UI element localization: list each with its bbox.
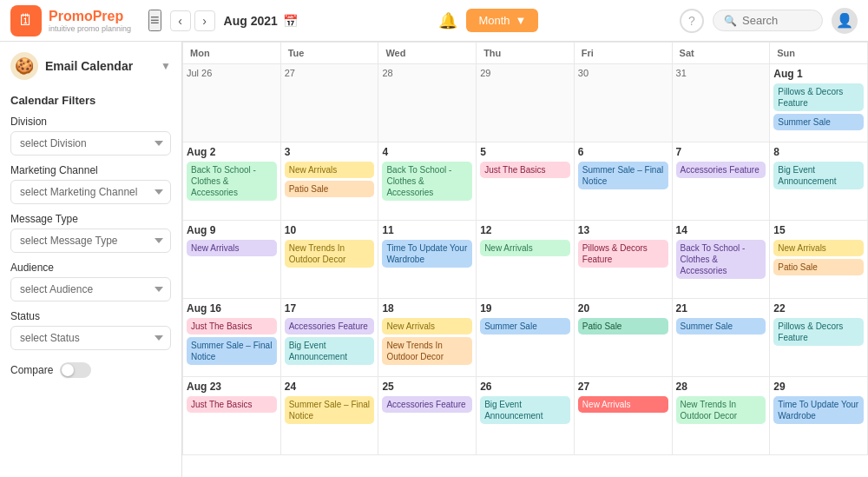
event-pill[interactable]: Summer Sale: [480, 318, 570, 335]
event-pill[interactable]: Big Event Announcement: [480, 396, 570, 424]
event-pill[interactable]: Big Event Announcement: [773, 162, 864, 189]
day-cell[interactable]: 11Time To Update Your Wardrobe: [378, 221, 477, 299]
event-pill[interactable]: Summer Sale – Final Notice: [285, 396, 375, 424]
help-button[interactable]: ?: [680, 9, 704, 33]
day-cell[interactable]: Aug 9New Arrivals: [183, 221, 281, 299]
event-pill[interactable]: Patio Sale: [773, 259, 864, 275]
notification-bell[interactable]: 🔔: [438, 11, 457, 30]
search-box[interactable]: 🔍: [713, 10, 823, 31]
next-month-button[interactable]: ›: [194, 10, 215, 31]
event-pill[interactable]: Back To School - Clothes & Accessories: [676, 240, 766, 279]
day-cell[interactable]: 15New ArrivalsPatio Sale: [770, 221, 868, 299]
cookie-icon: 🍪: [10, 52, 38, 80]
logo: 🗓 PromoPrep intuitive promo planning: [10, 5, 131, 36]
day-cell[interactable]: 8Big Event Announcement: [770, 142, 868, 221]
day-cell[interactable]: 27: [281, 64, 379, 142]
day-cell[interactable]: 12New Arrivals: [477, 221, 575, 299]
day-number: 11: [382, 224, 472, 236]
day-cell[interactable]: 22Pillows & Decors Feature: [770, 299, 868, 377]
event-pill[interactable]: Accessories Feature: [285, 318, 375, 335]
day-number: Aug 9: [187, 224, 277, 236]
day-cell[interactable]: 27New Arrivals: [575, 377, 673, 455]
day-cell[interactable]: Aug 23Just The Basics: [183, 377, 281, 455]
event-pill[interactable]: Back To School - Clothes & Accessories: [382, 162, 472, 201]
day-cell[interactable]: 28: [378, 64, 477, 142]
month-view-button[interactable]: Month ▼: [466, 9, 538, 32]
marketing-channel-select[interactable]: select Marketing Channel: [10, 180, 171, 204]
event-pill[interactable]: Summer Sale: [676, 318, 766, 335]
day-header-mon: Mon: [183, 43, 281, 64]
compare-toggle[interactable]: [60, 362, 91, 378]
day-cell[interactable]: 31: [673, 64, 771, 142]
calendar: MonTueWedThuFriSatSunJul 262728293031Aug…: [182, 42, 868, 477]
day-cell[interactable]: 20Patio Sale: [575, 299, 673, 377]
event-pill[interactable]: New Arrivals: [480, 240, 570, 256]
event-pill[interactable]: Accessories Feature: [676, 162, 766, 178]
audience-select[interactable]: select Audience: [10, 277, 171, 301]
event-pill[interactable]: New Trends In Outdoor Decor: [382, 337, 472, 365]
event-pill[interactable]: New Arrivals: [187, 240, 277, 256]
event-pill[interactable]: New Trends In Outdoor Decor: [676, 396, 766, 424]
user-avatar[interactable]: 👤: [832, 8, 858, 34]
event-pill[interactable]: Pillows & Decors Feature: [773, 318, 864, 346]
day-cell[interactable]: 24Summer Sale – Final Notice: [281, 377, 379, 455]
day-cell[interactable]: 17Accessories FeatureBig Event Announcem…: [281, 299, 379, 377]
day-number: 30: [578, 68, 668, 78]
day-cell[interactable]: Jul 26: [183, 64, 281, 142]
event-pill[interactable]: Just The Basics: [480, 162, 570, 178]
event-pill[interactable]: Time To Update Your Wardrobe: [773, 396, 864, 424]
event-pill[interactable]: Patio Sale: [578, 318, 668, 335]
event-pill[interactable]: New Arrivals: [773, 240, 864, 256]
event-pill[interactable]: Accessories Feature: [382, 396, 472, 413]
event-pill[interactable]: Pillows & Decors Feature: [773, 83, 864, 111]
event-pill[interactable]: New Arrivals: [382, 318, 472, 335]
nav-arrows: ‹ ›: [170, 10, 215, 31]
day-cell[interactable]: 19Summer Sale: [477, 299, 575, 377]
event-pill[interactable]: Time To Update Your Wardrobe: [382, 240, 472, 268]
event-pill[interactable]: Big Event Announcement: [285, 337, 375, 365]
day-cell[interactable]: Aug 2Back To School - Clothes & Accessor…: [183, 142, 281, 221]
event-pill[interactable]: Summer Sale: [773, 114, 864, 130]
day-cell[interactable]: 14Back To School - Clothes & Accessories: [673, 221, 771, 299]
event-pill[interactable]: Patio Sale: [285, 181, 375, 197]
event-pill[interactable]: New Arrivals: [578, 396, 668, 413]
day-cell[interactable]: 7Accessories Feature: [673, 142, 771, 221]
day-number: 24: [285, 381, 375, 393]
status-select[interactable]: select Status: [10, 326, 171, 350]
event-pill[interactable]: Summer Sale – Final Notice: [578, 162, 668, 189]
day-cell[interactable]: 25Accessories Feature: [378, 377, 477, 455]
chevron-down-icon: ▼: [516, 14, 527, 27]
division-select[interactable]: select Division: [10, 131, 171, 156]
day-cell[interactable]: 3New ArrivalsPatio Sale: [281, 142, 379, 221]
day-cell[interactable]: 30: [575, 64, 673, 142]
day-cell[interactable]: Aug 16Just The BasicsSummer Sale – Final…: [183, 299, 281, 377]
day-number: 14: [676, 224, 766, 236]
day-number: 20: [578, 302, 668, 315]
day-cell[interactable]: 28New Trends In Outdoor Decor: [673, 377, 771, 455]
event-pill[interactable]: Summer Sale – Final Notice: [187, 337, 277, 365]
day-cell[interactable]: 29Time To Update Your Wardrobe: [770, 377, 868, 455]
day-cell[interactable]: 26Big Event Announcement: [477, 377, 575, 455]
status-label: Status: [10, 310, 171, 322]
day-cell[interactable]: 18New ArrivalsNew Trends In Outdoor Deco…: [378, 299, 477, 377]
event-pill[interactable]: Pillows & Decors Feature: [578, 240, 668, 268]
hamburger-button[interactable]: ≡: [148, 10, 161, 31]
day-cell[interactable]: 5Just The Basics: [477, 142, 575, 221]
prev-month-button[interactable]: ‹: [170, 10, 191, 31]
event-pill[interactable]: Back To School - Clothes & Accessories: [187, 162, 277, 201]
event-pill[interactable]: New Arrivals: [285, 162, 375, 178]
day-cell[interactable]: 10New Trends In Outdoor Decor: [281, 221, 379, 299]
message-type-select[interactable]: select Message Type: [10, 229, 171, 253]
day-cell[interactable]: 21Summer Sale: [673, 299, 771, 377]
sidebar-chevron-icon[interactable]: ▼: [161, 60, 171, 72]
day-cell[interactable]: 29: [477, 64, 575, 142]
day-number: 27: [285, 68, 375, 78]
day-cell[interactable]: 13Pillows & Decors Feature: [575, 221, 673, 299]
event-pill[interactable]: Just The Basics: [187, 318, 277, 335]
day-cell[interactable]: 6Summer Sale – Final Notice: [575, 142, 673, 221]
event-pill[interactable]: New Trends In Outdoor Decor: [285, 240, 375, 268]
search-input[interactable]: [742, 14, 812, 27]
event-pill[interactable]: Just The Basics: [187, 396, 277, 413]
day-cell[interactable]: Aug 1Pillows & Decors FeatureSummer Sale: [770, 64, 868, 142]
day-cell[interactable]: 4Back To School - Clothes & Accessories: [378, 142, 477, 221]
